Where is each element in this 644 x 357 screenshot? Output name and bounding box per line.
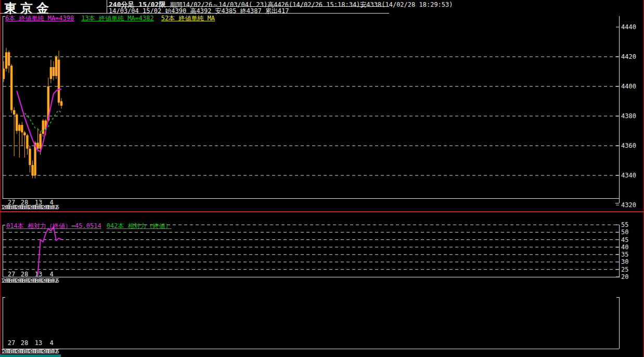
date-axis-label: 28: [19, 339, 30, 347]
ma6-legend[interactable]: 6本 終値単純 MA=4398: [5, 15, 74, 22]
rsi-axis-label: 35: [621, 251, 628, 258]
date-axis-label: 27: [6, 339, 17, 347]
rsi-axis-label: 30: [621, 258, 628, 265]
ma-legend-row: 6本 終値単純 MA=439813本 終値単純 MA=438252本 終値単純 …: [5, 14, 222, 23]
ma52-legend[interactable]: 52本 終値単純 MA: [161, 15, 215, 22]
header-divider-row2: [0, 13, 389, 14]
panel-separator-line: [0, 211, 644, 212]
time-axis-row-third: 12:0018:0012:0018:0012:0018:0012:0018:00…: [1, 349, 67, 354]
time-axis-row-rsi: 12:0018:0012:0018:0012:0018:0012:0018:00…: [1, 278, 67, 284]
header-divider-vertical: [107, 0, 107, 14]
charting-app-window: 東京金 240分足 15/02限期間14/02/26～14/03/04( 23)…: [0, 0, 644, 357]
price-axis-label: 4380: [621, 112, 636, 120]
taskbar-fragment: [0, 354, 61, 357]
price-axis-label: 4360: [621, 142, 636, 149]
price-axis-label: 4400: [621, 83, 636, 90]
rsi-axis-label: 40: [621, 244, 628, 251]
rsi-axis-label: 45: [621, 236, 628, 244]
date-axis-label: 13: [33, 271, 44, 278]
rsi-axis-label: 55: [621, 221, 628, 228]
rsi14-legend[interactable]: 014本 相対力（終値）=45.0514: [6, 222, 101, 230]
header-divider-row1: [107, 6, 389, 7]
rsi-axis-label: 50: [621, 228, 628, 236]
price-axis-label: 4320: [621, 201, 636, 209]
price-axis-label: 4440: [621, 23, 636, 31]
chart-canvas[interactable]: [0, 0, 644, 357]
left-frame-edge: [0, 0, 1, 357]
price-axis-label: 4340: [621, 172, 636, 179]
price-axis-label: 4420: [621, 53, 636, 60]
date-axis-label: 4: [46, 339, 57, 347]
rsi-axis-label: 25: [621, 266, 628, 273]
rsi42-legend[interactable]: 042本 相対力（終値）: [107, 222, 172, 230]
date-axis-label: 13: [33, 339, 44, 347]
ma13-legend[interactable]: 13本 終値単純 MA=4382: [81, 15, 153, 22]
date-axis-label: 4: [46, 271, 57, 278]
rsi-legend-row: 014本 相対力（終値）=45.0514042本 相対力（終値）: [6, 222, 177, 231]
date-axis-label: 27: [6, 271, 17, 278]
date-axis-label: 28: [19, 271, 30, 278]
time-axis-row-main: 12:0018:0012:0018:0012:0018:0012:0018:00…: [1, 205, 67, 210]
rsi-axis-label: 20: [621, 273, 628, 280]
